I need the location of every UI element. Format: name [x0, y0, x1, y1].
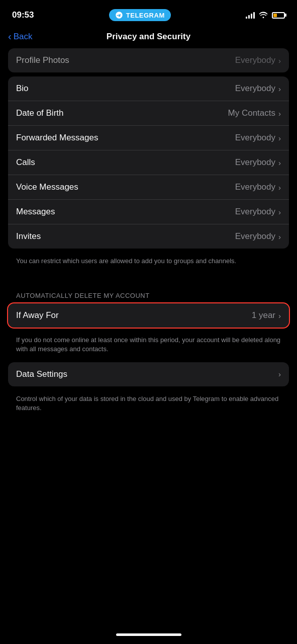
privacy-settings-group: Bio Everybody › Date of Birth My Contact… — [8, 76, 289, 249]
voice-messages-value: Everybody — [235, 182, 275, 192]
status-time: 09:53 — [12, 10, 34, 20]
voice-messages-label: Voice Messages — [16, 182, 78, 192]
date-of-birth-value: My Contacts — [228, 108, 275, 118]
bio-value-container: Everybody › — [235, 84, 281, 94]
home-indicator — [0, 627, 297, 640]
home-bar — [116, 633, 181, 636]
forwarded-messages-value: Everybody — [235, 133, 275, 143]
forwarded-messages-label: Forwarded Messages — [16, 133, 98, 143]
telegram-label: TELEGRAM — [126, 12, 165, 19]
profile-photos-chevron-icon: › — [278, 56, 281, 65]
signal-icon — [246, 12, 255, 19]
status-icons — [246, 11, 285, 20]
voice-messages-chevron-icon: › — [278, 183, 281, 192]
messages-label: Messages — [16, 207, 55, 217]
telegram-icon — [115, 11, 123, 19]
if-away-for-value: 1 year — [252, 310, 275, 320]
invites-chevron-icon: › — [278, 232, 281, 241]
auto-delete-description: If you do not come online at least once … — [8, 332, 289, 362]
invites-label: Invites — [16, 231, 41, 242]
back-chevron-icon: ‹ — [8, 31, 12, 42]
profile-photos-row[interactable]: Profile Photos Everybody › — [8, 48, 289, 72]
data-settings-row[interactable]: Data Settings › — [8, 362, 289, 386]
back-button[interactable]: ‹ Back — [8, 31, 32, 42]
profile-photos-label: Profile Photos — [16, 55, 69, 65]
if-away-for-value-container: 1 year › — [252, 310, 281, 320]
data-settings-value-container: › — [278, 370, 281, 378]
voice-messages-value-container: Everybody › — [235, 182, 281, 192]
messages-value: Everybody — [235, 207, 275, 217]
invites-value: Everybody — [235, 231, 275, 242]
messages-value-container: Everybody › — [235, 207, 281, 217]
bio-value: Everybody — [235, 84, 275, 94]
battery-icon — [272, 12, 285, 19]
forwarded-messages-row[interactable]: Forwarded Messages Everybody › — [8, 126, 289, 150]
messages-row[interactable]: Messages Everybody › — [8, 200, 289, 224]
if-away-for-chevron-icon: › — [278, 311, 281, 320]
calls-label: Calls — [16, 157, 35, 168]
voice-messages-row[interactable]: Voice Messages Everybody › — [8, 175, 289, 200]
date-of-birth-label: Date of Birth — [16, 108, 64, 118]
profile-photos-value-container: Everybody › — [235, 55, 281, 65]
date-of-birth-chevron-icon: › — [278, 109, 281, 118]
forwarded-messages-value-container: Everybody › — [235, 133, 281, 143]
invites-description: You can restrict which users are allowed… — [8, 253, 289, 274]
data-settings-label: Data Settings — [16, 369, 67, 379]
messages-chevron-icon: › — [278, 208, 281, 216]
if-away-for-row[interactable]: If Away For 1 year › — [8, 303, 289, 328]
auto-delete-group: If Away For 1 year › — [8, 303, 289, 328]
calls-chevron-icon: › — [278, 158, 281, 167]
back-label: Back — [14, 32, 33, 42]
partial-settings-group: Profile Photos Everybody › — [8, 48, 289, 72]
bio-row[interactable]: Bio Everybody › — [8, 76, 289, 101]
status-bar: 09:53 TELEGRAM — [0, 0, 297, 27]
if-away-for-label: If Away For — [16, 310, 59, 320]
date-of-birth-value-container: My Contacts › — [228, 108, 281, 118]
page-title: Privacy and Security — [107, 32, 190, 42]
forwarded-messages-chevron-icon: › — [278, 134, 281, 142]
data-settings-chevron-icon: › — [278, 370, 281, 378]
date-of-birth-row[interactable]: Date of Birth My Contacts › — [8, 101, 289, 126]
telegram-notification-pill[interactable]: TELEGRAM — [109, 9, 171, 21]
data-settings-group: Data Settings › — [8, 362, 289, 386]
navigation-bar: ‹ Back Privacy and Security — [0, 27, 297, 48]
profile-photos-value: Everybody — [235, 55, 275, 65]
bio-chevron-icon: › — [278, 85, 281, 93]
calls-value: Everybody — [235, 157, 275, 168]
content: Profile Photos Everybody › Bio Everybody… — [0, 48, 297, 421]
calls-row[interactable]: Calls Everybody › — [8, 150, 289, 175]
wifi-icon — [259, 11, 268, 20]
data-settings-description: Control which of your data is stored in … — [8, 390, 289, 421]
calls-value-container: Everybody › — [235, 157, 281, 168]
auto-delete-section-label: AUTOMATICALLY DELETE MY ACCOUNT — [8, 288, 289, 303]
invites-value-container: Everybody › — [235, 231, 281, 242]
bio-label: Bio — [16, 84, 29, 94]
invites-row[interactable]: Invites Everybody › — [8, 224, 289, 249]
